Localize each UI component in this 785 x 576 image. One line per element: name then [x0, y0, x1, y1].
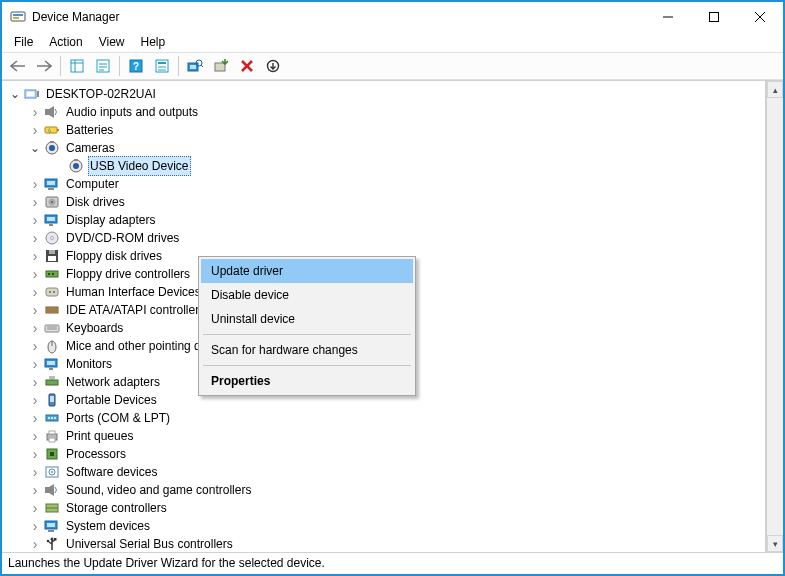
context-menu: Update driverDisable deviceUninstall dev… — [198, 256, 416, 396]
menu-action[interactable]: Action — [41, 33, 90, 51]
context-menu-item[interactable]: Properties — [201, 369, 413, 393]
tree-node[interactable]: Sound, video and game controllers — [4, 481, 765, 499]
expand-icon[interactable] — [28, 321, 42, 335]
tree-node[interactable]: Ports (COM & LPT) — [4, 409, 765, 427]
expand-icon[interactable] — [28, 285, 42, 299]
titlebar: Device Manager — [2, 2, 783, 32]
scroll-up-button[interactable]: ▴ — [767, 81, 783, 98]
expand-icon[interactable] — [28, 519, 42, 533]
tree-node[interactable]: Audio inputs and outputs — [4, 103, 765, 121]
expand-icon[interactable] — [28, 483, 42, 497]
help-button[interactable]: ? — [124, 55, 148, 77]
svg-rect-42 — [48, 188, 54, 190]
tree-node[interactable]: Print queues — [4, 427, 765, 445]
scan-hardware-button[interactable] — [183, 55, 207, 77]
expand-icon — [52, 159, 66, 173]
tree-node-label: Storage controllers — [64, 499, 169, 517]
dvd-icon — [44, 230, 60, 246]
expand-icon[interactable] — [8, 87, 22, 101]
show-hide-tree-button[interactable] — [65, 55, 89, 77]
expand-icon[interactable] — [28, 105, 42, 119]
context-menu-item[interactable]: Scan for hardware changes — [201, 338, 413, 362]
expand-icon[interactable] — [28, 465, 42, 479]
mouse-icon — [44, 338, 60, 354]
expand-icon[interactable] — [28, 429, 42, 443]
tree-node-label: DVD/CD-ROM drives — [64, 229, 181, 247]
tree-node[interactable]: DVD/CD-ROM drives — [4, 229, 765, 247]
storage-icon — [44, 500, 60, 516]
expand-icon[interactable] — [28, 447, 42, 461]
disable-button[interactable] — [261, 55, 285, 77]
tree-node[interactable]: Software devices — [4, 463, 765, 481]
vertical-scrollbar[interactable]: ▴ ▾ — [766, 81, 783, 552]
window-controls — [645, 2, 783, 32]
expand-icon[interactable] — [28, 231, 42, 245]
update-driver-button[interactable] — [209, 55, 233, 77]
expand-icon[interactable] — [28, 141, 42, 155]
expand-icon[interactable] — [28, 303, 42, 317]
menu-file[interactable]: File — [6, 33, 41, 51]
cpu-icon — [44, 446, 60, 462]
expand-icon[interactable] — [28, 537, 42, 551]
svg-point-78 — [51, 417, 53, 419]
tree-node[interactable]: Storage controllers — [4, 499, 765, 517]
svg-rect-30 — [37, 91, 39, 97]
expand-icon[interactable] — [28, 123, 42, 137]
expand-icon[interactable] — [28, 267, 42, 281]
tree-node-label: Floppy drive controllers — [64, 265, 192, 283]
minimize-button[interactable] — [645, 2, 691, 32]
tree-node[interactable]: Display adapters — [4, 211, 765, 229]
expand-icon[interactable] — [28, 357, 42, 371]
svg-rect-39 — [74, 159, 78, 161]
svg-point-35 — [49, 145, 55, 151]
maximize-button[interactable] — [691, 2, 737, 32]
svg-rect-72 — [49, 376, 55, 379]
tree-node-label: Software devices — [64, 463, 159, 481]
expand-icon[interactable] — [28, 213, 42, 227]
menu-help[interactable]: Help — [133, 33, 174, 51]
tree-root-node[interactable]: DESKTOP-02R2UAI — [4, 85, 765, 103]
svg-rect-81 — [49, 431, 55, 434]
properties-button[interactable] — [91, 55, 115, 77]
expand-icon[interactable] — [28, 393, 42, 407]
tree-node[interactable]: Computer — [4, 175, 765, 193]
context-menu-separator — [203, 365, 411, 366]
svg-rect-33 — [57, 129, 59, 131]
context-menu-item[interactable]: Update driver — [201, 259, 413, 283]
svg-rect-24 — [215, 63, 225, 71]
tree-leaf-node[interactable]: USB Video Device — [4, 157, 765, 175]
device-tree[interactable]: DESKTOP-02R2UAIAudio inputs and outputsB… — [2, 81, 766, 552]
app-icon — [10, 9, 26, 25]
context-menu-item[interactable]: Disable device — [201, 283, 413, 307]
expand-icon[interactable] — [28, 177, 42, 191]
uninstall-button[interactable] — [235, 55, 259, 77]
close-button[interactable] — [737, 2, 783, 32]
scroll-down-button[interactable]: ▾ — [767, 535, 783, 552]
software-icon — [44, 464, 60, 480]
port-icon — [44, 410, 60, 426]
svg-point-38 — [73, 163, 79, 169]
context-menu-item[interactable]: Uninstall device — [201, 307, 413, 331]
expand-icon[interactable] — [28, 375, 42, 389]
forward-button[interactable] — [32, 55, 56, 77]
expand-icon[interactable] — [28, 501, 42, 515]
action-button[interactable] — [150, 55, 174, 77]
svg-rect-41 — [47, 181, 55, 185]
tree-node[interactable]: System devices — [4, 517, 765, 535]
tree-node[interactable]: Cameras — [4, 139, 765, 157]
controller-icon — [44, 266, 60, 282]
tree-node[interactable]: Batteries — [4, 121, 765, 139]
tree-node[interactable]: Disk drives — [4, 193, 765, 211]
scroll-track[interactable] — [767, 98, 783, 535]
menu-view[interactable]: View — [91, 33, 133, 51]
tree-node-label: System devices — [64, 517, 152, 535]
expand-icon[interactable] — [28, 339, 42, 353]
expand-icon[interactable] — [28, 195, 42, 209]
expand-icon[interactable] — [28, 249, 42, 263]
expand-icon[interactable] — [28, 411, 42, 425]
svg-rect-56 — [52, 273, 54, 275]
tree-node[interactable]: Processors — [4, 445, 765, 463]
back-button[interactable] — [6, 55, 30, 77]
tree-node-label: Universal Serial Bus controllers — [64, 535, 235, 552]
tree-node[interactable]: Universal Serial Bus controllers — [4, 535, 765, 552]
